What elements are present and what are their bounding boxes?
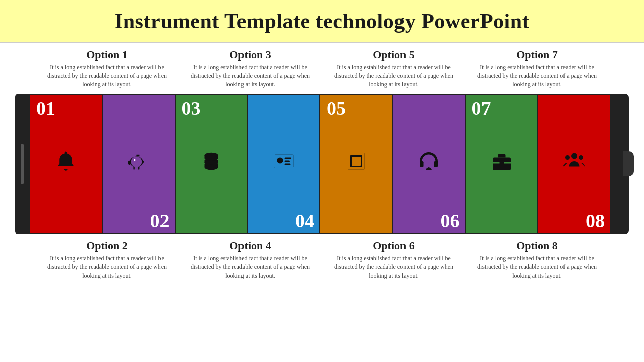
panel-col-6: 06 (393, 95, 465, 233)
option-2-desc: It is a long established fact that a rea… (39, 254, 175, 280)
svg-rect-15 (284, 163, 290, 165)
panel-8-top (538, 95, 610, 177)
option-4-bottom: Option 4 It is a long established fact t… (183, 239, 318, 280)
svg-point-26 (565, 155, 570, 160)
top-labels: Option 1 It is a long established fact t… (15, 48, 629, 88)
panel-1-bottom (30, 177, 102, 234)
panel-4-top (248, 95, 319, 177)
option-8-bottom: Option 8 It is a long established fact t… (469, 239, 605, 280)
option-7-top: Option 7 It is a long established fact t… (469, 48, 605, 88)
panel-5-num-top: 05 (327, 99, 346, 118)
panel-3-num-top: 03 (182, 99, 201, 118)
svg-point-12 (277, 157, 283, 163)
option-7-label: Option 7 (469, 48, 605, 61)
panel-7-num-top: 07 (472, 99, 491, 118)
svg-point-27 (579, 155, 583, 160)
option-6-desc: It is a long established fact that a rea… (326, 254, 462, 280)
option-4-desc: It is a long established fact that a rea… (183, 254, 318, 280)
panel-col-1: 01 (30, 95, 103, 233)
option-7-desc: It is a long established fact that a rea… (469, 63, 605, 88)
panel-col-8: 08 (538, 95, 610, 233)
gauge-handle-right (611, 94, 629, 234)
option-6-label: Option 6 (326, 239, 462, 252)
panel-col-2: 02 (103, 95, 175, 233)
panel-col-5: 05 (320, 95, 393, 233)
option-1-desc: It is a long established fact that a rea… (39, 63, 175, 88)
svg-rect-20 (420, 161, 424, 167)
option-8-desc: It is a long established fact that a rea… (469, 254, 605, 280)
id-card-icon (272, 149, 296, 173)
svg-point-2 (134, 159, 136, 161)
option-6-bottom: Option 6 It is a long established fact t… (326, 239, 462, 280)
header: Instrument Template technology PowerPoin… (0, 0, 644, 43)
option-3-label: Option 3 (183, 48, 318, 61)
option-5-label: Option 5 (326, 48, 462, 61)
option-1-top: Option 1 It is a long established fact t… (39, 48, 175, 88)
stamp-icon (344, 149, 368, 173)
svg-rect-19 (352, 157, 361, 166)
group-icon (562, 149, 586, 173)
bell-icon (54, 149, 78, 173)
panel-1-top: 01 (30, 95, 102, 177)
panel-col-3: 03 (176, 95, 248, 233)
panel-1-num-top: 01 (36, 99, 55, 118)
panel-6-top (393, 95, 464, 177)
svg-rect-21 (434, 161, 438, 167)
gauge-container: 01 (15, 94, 629, 234)
svg-rect-14 (284, 160, 290, 162)
panel-6-num-bottom: 06 (441, 211, 460, 230)
option-2-bottom: Option 2 It is a long established fact t… (39, 239, 175, 280)
svg-rect-11 (274, 154, 293, 168)
option-5-desc: It is a long established fact that a rea… (326, 63, 462, 88)
option-2-label: Option 2 (39, 239, 175, 252)
panel-3-bottom (176, 177, 247, 234)
svg-point-1 (131, 156, 142, 167)
option-3-desc: It is a long established fact that a rea… (183, 63, 318, 88)
option-5-top: Option 5 It is a long established fact t… (326, 48, 462, 88)
panel-2-top (103, 95, 174, 177)
svg-rect-24 (499, 160, 504, 165)
panel-2-bottom: 02 (103, 177, 174, 234)
panel-4-num-bottom: 04 (295, 211, 314, 230)
panel-5-bottom (320, 177, 392, 234)
svg-point-9 (204, 165, 218, 170)
panel-8-num-bottom: 08 (586, 211, 605, 230)
gauge-handle-left (15, 94, 29, 234)
svg-rect-13 (284, 157, 291, 159)
panels-row: 01 (29, 94, 611, 234)
svg-point-25 (571, 153, 577, 159)
option-1-label: Option 1 (39, 48, 175, 61)
content-area: Option 1 It is a long established fact t… (0, 43, 644, 285)
panel-5-top: 05 (320, 95, 392, 177)
option-3-top: Option 3 It is a long established fact t… (183, 48, 318, 88)
panel-2-num-bottom: 02 (150, 211, 170, 230)
piggy-icon (126, 149, 150, 173)
option-4-label: Option 4 (183, 239, 318, 252)
headset-icon (417, 149, 441, 173)
coins-icon (199, 149, 223, 173)
panel-7-top: 07 (466, 95, 537, 177)
briefcase-icon (490, 149, 514, 173)
option-8-label: Option 8 (469, 239, 605, 252)
panel-3-top: 03 (176, 95, 247, 177)
panel-4-bottom: 04 (248, 177, 319, 234)
panel-6-bottom: 06 (393, 177, 464, 234)
page-title: Instrument Template technology PowerPoin… (20, 9, 624, 33)
panel-col-7: 07 (466, 95, 538, 233)
panel-col-4: 04 (248, 95, 320, 233)
bottom-labels: Option 2 It is a long established fact t… (15, 237, 629, 280)
panel-8-bottom: 08 (538, 177, 610, 234)
panel-7-bottom (466, 177, 537, 234)
